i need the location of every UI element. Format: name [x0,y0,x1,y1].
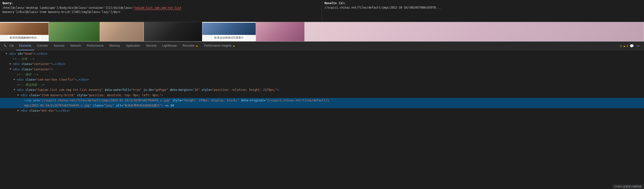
tab-security[interactable]: Security [143,42,160,50]
query-line1: /html[@class='desktop landscape']/body/d… [2,6,181,10]
status-text: CSDN @要努力啊阿南 [614,185,642,188]
preview-img-3 [100,22,144,42]
query-line2: masonry']/div[@class='item masonry-brick… [2,10,121,14]
preview-img-7 [305,22,644,42]
tab-sources[interactable]: Sources [51,42,67,50]
tree-arrow[interactable]: ▶ [18,93,20,97]
table-row[interactable]: ▶ <div class="bot-div">…</div> [0,108,644,113]
tree-arrow[interactable]: ▼ [14,88,16,92]
table-row: <!-- 分类 --> [0,56,644,62]
devtools-right: ⚠ ▲ 2 💬 [620,43,643,49]
inspect-icon[interactable] [2,43,8,49]
preview-item-1: 欧亚跨国婚姻婚纱情侣... [0,22,49,42]
tab-performance-insights[interactable]: Performance insights ▲ [201,42,238,50]
table-row[interactable]: ▼ <div class="tupian-list com-img-txt-li… [0,87,644,93]
table-row[interactable]: ▶ <div class="com-nav-box clearfix">…</d… [0,77,644,82]
devtools-tabs: Elements Console Sources Network Perform… [0,42,644,50]
preview-img-5 [202,23,256,35]
results-section: Results (1): //scpic1.chinaz.net/files/d… [322,0,644,22]
preview-img-2 [49,22,100,42]
query-text: /html[@class='desktop landscape']/body/d… [2,6,319,15]
tree-arrow[interactable]: ▼ [10,67,13,71]
table-row: <!-- 商品列表 --> [0,82,644,87]
results-label: Results (1): [324,2,642,5]
table-row[interactable]: ▶ <div class="container">…</div> [0,62,644,67]
preview-img-1 [0,23,49,35]
preview-bar: 欧亚跨国婚姻婚纱情侣... 欧美运动风情侣写真图片 [0,22,644,42]
preview-item-3 [100,22,144,42]
preview-item-4 [144,22,202,42]
device-toolbar-icon[interactable] [9,43,15,49]
query-label: Query: [2,2,319,5]
left-icons [1,43,16,49]
svg-point-2 [637,45,638,46]
preview-item-5: 欧美运动风情侣写真图片 [202,22,256,42]
tab-application[interactable]: Application [123,42,143,50]
tab-memory[interactable]: Memory [106,42,123,50]
svg-rect-1 [12,45,14,46]
tab-console[interactable]: Console [34,42,51,50]
svg-point-3 [638,45,639,46]
table-row[interactable]: ▶ <div class="item masonry-brick" style=… [0,93,644,98]
status-bar: CSDN @要努力啊阿南 [612,184,644,189]
more-tools-icon[interactable] [635,43,641,49]
tree-arrow[interactable]: ▶ [18,108,20,112]
tab-elements[interactable]: Elements [16,42,34,50]
tab-recorder[interactable]: Recorder ▲ [180,42,201,50]
preview-img-4 [144,22,202,42]
performance-insights-icon: ▲ [232,44,235,47]
tree-arrow[interactable]: ▶ [10,62,13,66]
preview-label-5: 欧美运动风情侣写真图片 [212,35,246,41]
preview-img-6 [256,22,305,42]
tab-network[interactable]: Network [67,42,84,50]
tab-performance[interactable]: Performance [84,42,106,50]
table-row: <!-- 路径 --> [0,72,644,77]
svg-rect-0 [10,45,12,46]
svg-point-4 [639,45,640,46]
preview-item-7 [305,22,644,42]
results-text: //scpic1.chinaz.net/files/default/imgs/2… [324,6,642,9]
tree-arrow[interactable]: ▶ [6,52,9,55]
warning-badge[interactable]: ⚠ ▲ 2 [620,44,628,48]
elements-panel: ▶ <div id="head">…</div> <!-- 分类 --> ▶ <… [0,50,644,189]
table-row[interactable]: ▼ <div class="container"> [0,67,644,72]
preview-item-2 [49,22,100,42]
table-row[interactable]: ▶ <div id="head">…</div> [0,51,644,56]
query-section: Query: /html[@class='desktop landscape']… [0,0,322,22]
tree-arrow[interactable]: ▶ [14,77,16,81]
tab-lighthouse[interactable]: Lighthouse [160,42,180,50]
warning-icon: ⚠ [620,44,622,48]
preview-label-1: 欧亚跨国婚姻婚纱情侣... [8,35,41,41]
chat-icon[interactable]: 💬 [630,44,634,48]
table-row[interactable]: mgs/2023-01-24/2c1b707a81f644f6_s.jpg" c… [0,103,644,108]
recorder-icon: ▲ [196,44,198,47]
table-row[interactable]: <img src="//scpic1.chinaz.net/files/defa… [0,98,644,103]
preview-item-6 [256,22,305,42]
